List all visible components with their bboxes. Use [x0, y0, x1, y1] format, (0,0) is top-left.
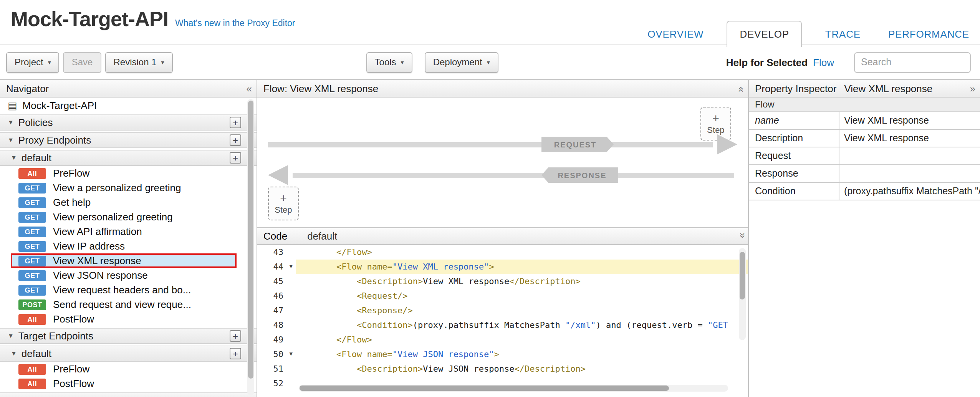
- inspector-title: Property Inspector: [755, 83, 836, 94]
- section-proxy-endpoints[interactable]: ▼ Proxy Endpoints +: [0, 132, 257, 148]
- code-editor[interactable]: 43 </Flow> 44▼ <Flow name="View XML resp…: [257, 245, 748, 397]
- help-flow-link[interactable]: Flow: [813, 56, 834, 68]
- property-value[interactable]: View XML response: [839, 130, 980, 147]
- method-badge: GET: [18, 197, 46, 208]
- add-step-button-response[interactable]: + Step: [268, 187, 299, 220]
- code-line[interactable]: 45 <Description>View XML response</Descr…: [257, 274, 748, 289]
- request-flow-lane: REQUEST: [268, 134, 737, 156]
- line-number: 43: [257, 245, 296, 260]
- scrollbar-thumb[interactable]: [740, 252, 745, 299]
- code-vertical-scrollbar[interactable]: [739, 248, 746, 340]
- flow-item[interactable]: GET View personalized greeting: [0, 210, 257, 224]
- code-line[interactable]: 51 <Description>View JSON response</Desc…: [257, 362, 748, 376]
- inspector-header: Property Inspector View XML response »: [749, 80, 980, 98]
- plus-icon: +: [280, 193, 287, 203]
- line-number: 48: [257, 318, 296, 332]
- target-flow-item-postflow[interactable]: All PostFlow: [0, 376, 257, 391]
- code-line[interactable]: 50▼ <Flow name="View JSON response">: [257, 347, 748, 362]
- property-row-request: Request: [749, 147, 980, 165]
- code-line[interactable]: 43 </Flow>: [257, 245, 748, 260]
- tab-overview[interactable]: OVERVIEW: [643, 22, 708, 46]
- collapse-up-icon[interactable]: «: [740, 83, 743, 93]
- code-line[interactable]: 49 </Flow>: [257, 332, 748, 347]
- flow-item[interactable]: POST Send request and view reque...: [0, 297, 257, 312]
- property-label: Description: [749, 130, 839, 147]
- add-flow-button[interactable]: +: [230, 152, 241, 164]
- flow-item-selected[interactable]: GET View XML response: [11, 253, 237, 268]
- flow-item[interactable]: GET Get help: [0, 195, 257, 210]
- flow-item[interactable]: GET View IP address: [0, 239, 257, 253]
- method-badge: GET: [18, 270, 46, 281]
- property-row-condition: Condition (proxy.pathsuffix MatchesPath …: [749, 183, 980, 200]
- add-target-endpoint-button[interactable]: +: [230, 330, 241, 342]
- property-value[interactable]: [839, 147, 980, 164]
- flow-item-preflow[interactable]: All PreFlow: [0, 166, 257, 180]
- response-flow-lane: RESPONSE: [268, 165, 737, 187]
- response-bar: [293, 173, 734, 178]
- code-line[interactable]: 48 <Condition>(proxy.pathsuffix MatchesP…: [257, 318, 748, 332]
- method-badge: All: [18, 364, 46, 374]
- search-input[interactable]: [854, 52, 971, 73]
- section-policies[interactable]: ▼ Policies +: [0, 114, 257, 131]
- property-value[interactable]: [839, 165, 980, 182]
- tab-performance[interactable]: PERFORMANCE: [884, 22, 974, 46]
- flow-item-postflow[interactable]: All PostFlow: [0, 312, 257, 326]
- flow-item[interactable]: GET View request headers and bo...: [0, 283, 257, 297]
- add-policy-button[interactable]: +: [230, 117, 241, 128]
- section-clipped[interactable]: ▼ Resources: [0, 392, 257, 397]
- flow-item[interactable]: GET View JSON response: [0, 268, 257, 283]
- caret-down-icon: ▾: [48, 59, 51, 66]
- line-number: 45: [257, 274, 296, 289]
- add-proxy-endpoint-button[interactable]: +: [230, 134, 241, 146]
- project-dropdown[interactable]: Project ▾: [6, 52, 60, 73]
- proxy-editor: Mock-Target-API What's new in the Proxy …: [0, 0, 980, 397]
- method-badge: All: [18, 378, 46, 389]
- collapse-down-icon[interactable]: «: [740, 231, 743, 241]
- add-target-flow-button[interactable]: +: [230, 348, 241, 359]
- title-wrap: Mock-Target-API What's new in the Proxy …: [11, 8, 295, 31]
- section-proxy-default[interactable]: ▼ default +: [0, 150, 257, 166]
- line-number: 50▼: [257, 347, 296, 362]
- scrollbar-thumb[interactable]: [300, 385, 669, 391]
- toolbar: Project ▾ Save Revision 1 ▾ Tools ▾ Depl…: [0, 45, 980, 80]
- property-label: name: [749, 112, 839, 129]
- property-row-response: Response: [749, 165, 980, 183]
- collapse-arrow-icon[interactable]: ▼: [290, 347, 293, 362]
- flow-item[interactable]: GET View a personalized greeting: [0, 180, 257, 195]
- save-button[interactable]: Save: [63, 52, 101, 73]
- flow-item[interactable]: GET View API affirmation: [0, 224, 257, 239]
- page-title: Mock-Target-API: [11, 8, 168, 31]
- code-line[interactable]: 47 <Response/>: [257, 303, 748, 318]
- deployment-dropdown[interactable]: Deployment ▾: [425, 52, 498, 73]
- navigator-scrollbar[interactable]: [247, 99, 254, 395]
- help-for-selected: Help for Selected Flow: [726, 56, 834, 68]
- revision-dropdown[interactable]: Revision 1 ▾: [105, 52, 172, 73]
- property-value[interactable]: (proxy.pathsuffix MatchesPath "/x: [839, 183, 980, 200]
- code-tab[interactable]: Code: [263, 230, 287, 242]
- collapse-arrow-icon[interactable]: ▼: [290, 260, 293, 274]
- whats-new-link[interactable]: What's new in the Proxy Editor: [175, 18, 295, 28]
- caret-down-icon: ▾: [487, 59, 490, 66]
- section-target-endpoints[interactable]: ▼ Target Endpoints +: [0, 328, 257, 344]
- tools-dropdown[interactable]: Tools ▾: [366, 52, 412, 73]
- collapse-left-icon[interactable]: «: [247, 83, 252, 93]
- proxy-root-item[interactable]: ▤ Mock-Target-API: [0, 98, 257, 113]
- flow-header: Flow: View XML response «: [257, 80, 748, 98]
- tab-trace[interactable]: TRACE: [821, 22, 865, 46]
- main-tabs: OVERVIEW DEVELOP TRACE PERFORMANCE: [624, 0, 974, 46]
- plus-icon: +: [712, 113, 719, 124]
- caret-down-icon: ▾: [161, 59, 164, 66]
- code-line[interactable]: 44▼ <Flow name="View XML response">: [257, 260, 748, 274]
- line-number: 44▼: [257, 260, 296, 274]
- expand-right-icon[interactable]: »: [970, 83, 975, 93]
- scrollbar-thumb[interactable]: [248, 101, 253, 379]
- navigator-body: ▤ Mock-Target-API ▼ Policies + ▼ Proxy E…: [0, 98, 257, 397]
- flow-diagram: + Step REQUEST RESPONSE + Step: [257, 98, 748, 227]
- target-flow-item-preflow[interactable]: All PreFlow: [0, 362, 257, 376]
- code-line[interactable]: 46 <Request/>: [257, 289, 748, 303]
- tab-develop[interactable]: DEVELOP: [727, 21, 802, 47]
- navigator-title: Navigator: [6, 83, 49, 94]
- code-horizontal-scrollbar[interactable]: [299, 385, 728, 392]
- section-target-default[interactable]: ▼ default +: [0, 346, 257, 362]
- property-value[interactable]: View XML response: [839, 112, 980, 129]
